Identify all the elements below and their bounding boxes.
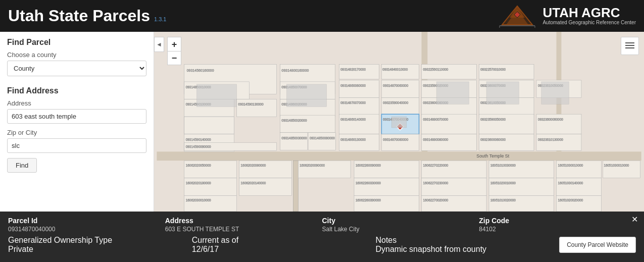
svg-rect-132 — [436, 82, 469, 104]
zip-label: Zip Code — [479, 217, 626, 225]
choose-county-label: Choose a county — [7, 51, 146, 59]
main-area: Find Parcel Choose a county County Salt … — [0, 32, 644, 212]
svg-text:09314860130000: 09314860130000 — [340, 138, 366, 141]
svg-rect-85 — [536, 134, 581, 151]
svg-text:16062020090000: 16062020090000 — [300, 164, 325, 167]
svg-text:16062020080000: 16062020080000 — [241, 164, 266, 167]
svg-text:09314850030000: 09314850030000 — [282, 136, 307, 140]
svg-rect-24 — [422, 64, 477, 79]
svg-rect-12 — [157, 151, 641, 161]
map-container[interactable]: ◄ + − South Temple St — [154, 32, 644, 212]
svg-text:16051010020000: 16051010020000 — [490, 198, 516, 202]
zip-city-input[interactable] — [7, 138, 146, 153]
svg-text:16051030010000: 16051030010000 — [604, 164, 629, 167]
svg-text:09323590040000: 09323590040000 — [383, 101, 408, 104]
svg-rect-129 — [391, 117, 407, 128]
svg-text:16062020140000: 16062020140000 — [241, 181, 266, 185]
svg-text:09314880070000: 09314880070000 — [423, 118, 448, 121]
svg-text:09314870060000: 09314870060000 — [383, 84, 408, 87]
svg-rect-70 — [184, 117, 234, 134]
svg-rect-134 — [541, 82, 569, 104]
current-as-of-value: 12/6/17 — [192, 245, 366, 254]
address-input[interactable] — [7, 109, 146, 124]
svg-rect-20 — [339, 64, 379, 79]
svg-text:16051010030000: 16051010030000 — [490, 164, 516, 167]
svg-text:16051020020000: 16051020020000 — [558, 198, 583, 202]
county-parcel-website-button[interactable]: County Parcel Website — [559, 237, 636, 253]
svg-text:09314590140000: 09314590140000 — [186, 138, 211, 141]
app-title: Utah State Parcels — [8, 7, 150, 25]
county-select[interactable]: County Salt Lake Utah Davis Weber — [7, 61, 146, 76]
ownership-section: Generalized Ownership Type Private — [8, 236, 192, 254]
svg-text:16051030140000: 16051030140000 — [558, 181, 583, 185]
svg-text:09323600060000: 09323600060000 — [480, 138, 506, 141]
svg-text:16062260390000: 16062260390000 — [356, 198, 381, 202]
close-info-button[interactable]: ✕ — [631, 216, 638, 224]
svg-rect-83 — [479, 134, 534, 151]
zip-city-label: Zip or City — [7, 129, 146, 136]
svg-text:16062270220000: 16062270220000 — [423, 164, 448, 167]
title-area: Utah State Parcels 1.3.1 — [8, 7, 166, 25]
app-version: 1.3.1 — [154, 16, 166, 22]
svg-rect-73 — [280, 133, 308, 150]
svg-text:09314870070000: 09314870070000 — [340, 101, 366, 104]
svg-text:16051020010000: 16051020010000 — [490, 181, 516, 185]
svg-rect-8 — [625, 42, 634, 43]
svg-rect-122 — [422, 195, 487, 212]
svg-rect-58 — [280, 115, 335, 133]
svg-rect-26 — [479, 64, 534, 79]
svg-text:09314800160000: 09314800160000 — [282, 69, 309, 72]
svg-rect-81 — [422, 134, 477, 151]
svg-rect-118 — [184, 195, 237, 212]
layers-button[interactable] — [621, 37, 639, 55]
svg-text:09323610130000: 09323610130000 — [538, 138, 563, 141]
zoom-out-button[interactable]: − — [167, 51, 181, 65]
address-info-label: Address — [165, 217, 312, 225]
svg-text:16062260330000: 16062260330000 — [356, 181, 381, 185]
nav-left-button[interactable]: ◄ — [154, 37, 164, 52]
svg-text:16062030010000: 16062030010000 — [186, 198, 211, 202]
ownership-label: Generalized Ownership Type — [8, 236, 182, 245]
parcel-id-section: Parcel Id 09314870040000 — [8, 217, 165, 233]
address-info-value: 603 E SOUTH TEMPLE ST — [165, 226, 312, 233]
svg-text:16062270230000: 16062270230000 — [423, 181, 448, 185]
svg-text:09314880080000: 09314880080000 — [423, 138, 448, 141]
agrc-title: UTAH AGRC — [542, 6, 636, 19]
find-button[interactable]: Find — [7, 158, 37, 173]
city-section: City Salt Lake City — [322, 217, 479, 233]
svg-rect-75 — [308, 133, 335, 150]
info-bar: ✕ Parcel Id 09314870040000 Address 603 E… — [0, 212, 644, 262]
find-address-heading: Find Address — [7, 86, 146, 95]
zoom-controls: + − — [167, 37, 181, 65]
svg-text:09322560110000: 09322560110000 — [423, 68, 448, 71]
svg-text:09314860140000: 09314860140000 — [340, 118, 366, 121]
notes-value: Dynamic snapshot from county — [375, 245, 549, 254]
logo-area: UTAH AGRC Automated Geographic Reference… — [497, 4, 636, 29]
svg-rect-131 — [287, 84, 327, 107]
svg-rect-9 — [625, 45, 634, 46]
zoom-in-button[interactable]: + — [167, 37, 181, 51]
svg-rect-10 — [625, 47, 634, 48]
svg-rect-34 — [381, 80, 419, 98]
nav-arrow-area: ◄ — [154, 37, 164, 52]
info-bar-top-row: Parcel Id 09314870040000 Address 603 E S… — [8, 217, 636, 233]
ownership-value: Private — [8, 245, 182, 254]
svg-text:09314820170000: 09314820170000 — [340, 68, 366, 71]
agrc-logo-icon — [497, 4, 537, 29]
svg-rect-126 — [557, 195, 602, 212]
current-as-of-section: Current as of 12/6/17 — [192, 236, 376, 254]
current-as-of-label: Current as of — [192, 236, 366, 245]
svg-text:09323590050000: 09323590050000 — [480, 118, 506, 121]
svg-text:South Temple St: South Temple St — [476, 153, 509, 159]
svg-rect-32 — [339, 80, 379, 98]
notes-label: Notes — [375, 236, 549, 245]
svg-text:09322570010000: 09322570010000 — [480, 68, 506, 71]
logo-text: UTAH AGRC Automated Geographic Reference… — [542, 6, 636, 26]
parcel-id-label: Parcel Id — [8, 217, 155, 225]
svg-text:09314560160000: 09314560160000 — [187, 69, 214, 72]
svg-text:16062020050000: 16062020050000 — [186, 164, 211, 167]
svg-text:09314590130000: 09314590130000 — [238, 102, 264, 106]
parcel-map[interactable]: South Temple St 09314560160000 093148001… — [154, 32, 644, 212]
sidebar: Find Parcel Choose a county County Salt … — [0, 32, 154, 212]
agrc-subtitle: Automated Geographic Reference Center — [542, 19, 636, 26]
